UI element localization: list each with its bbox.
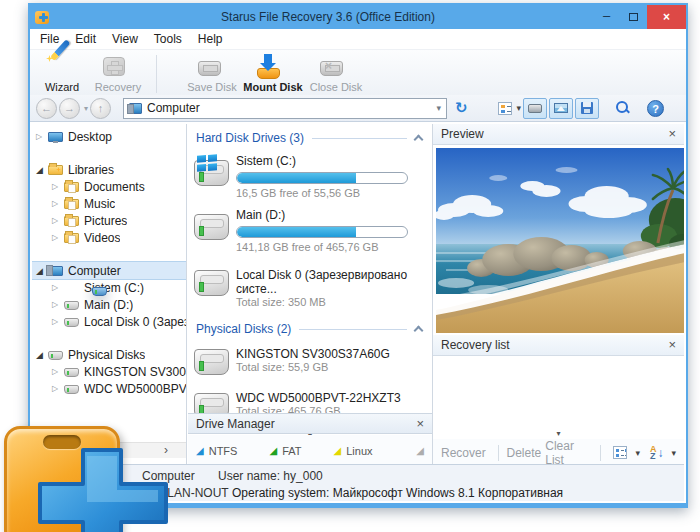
- expander-icon[interactable]: ▷: [52, 384, 64, 393]
- group-header-physical[interactable]: Physical Disks (2): [196, 321, 422, 337]
- collapse-chevron-icon[interactable]: [414, 135, 424, 145]
- legend-label: Linux: [346, 445, 372, 457]
- help-button[interactable]: ?: [647, 100, 664, 117]
- wizard-button[interactable]: Wizard: [36, 53, 88, 93]
- toggle-recovery-panel-button[interactable]: [575, 98, 599, 119]
- save-disk-button[interactable]: Save Disk: [183, 53, 241, 93]
- tree-item-desktop[interactable]: ▷ Desktop: [32, 128, 186, 145]
- close-panel-icon[interactable]: ×: [668, 339, 676, 351]
- starus-logo: [0, 418, 172, 532]
- drive-name: Main (D:): [236, 208, 432, 222]
- combo-dropdown-icon[interactable]: ▾: [436, 103, 441, 113]
- list-view-caret-icon[interactable]: ▾: [635, 448, 640, 458]
- expander-icon[interactable]: ▷: [52, 367, 64, 376]
- minimize-button[interactable]: –: [593, 5, 620, 29]
- system-drive-icon: [92, 287, 107, 296]
- expander-icon[interactable]: ▷: [52, 216, 64, 225]
- close-icon: ×: [663, 10, 670, 24]
- drive-name: Local Disk 0 (Зарезервировано систе...: [236, 268, 432, 296]
- delete-button[interactable]: Delete: [507, 446, 542, 460]
- tree-item-computer[interactable]: ◢ Computer: [32, 262, 186, 279]
- clear-list-button[interactable]: Clear List: [545, 439, 588, 467]
- back-button[interactable]: ←: [36, 98, 57, 119]
- expander-icon[interactable]: ▷: [36, 132, 48, 141]
- tree-item-sistem-c[interactable]: ▷ Sistem (C:): [32, 279, 186, 296]
- drive-info: 141,18 GB free of 465,76 GB: [236, 241, 432, 254]
- up-button[interactable]: ↑: [90, 98, 111, 119]
- collapse-chevron-icon[interactable]: [414, 326, 424, 336]
- expander-icon[interactable]: ▷: [52, 199, 64, 208]
- toggle-preview-panel-button[interactable]: [549, 98, 573, 119]
- refresh-icon[interactable]: ↻: [455, 100, 468, 116]
- menu-edit[interactable]: Edit: [67, 32, 104, 46]
- menu-tools[interactable]: Tools: [146, 32, 190, 46]
- group-title: Physical Disks (2): [196, 322, 291, 336]
- windows-flag-icon: [197, 154, 217, 171]
- capacity-fill: [237, 227, 356, 237]
- location-combobox[interactable]: Computer ▾: [123, 98, 447, 119]
- tree-item-libraries[interactable]: ◢ Libraries: [32, 161, 186, 178]
- tree-item-wdc[interactable]: ▷ WDC WD5000BPVT-2: [32, 380, 186, 397]
- legend-more-icon: ◢: [416, 445, 424, 456]
- list-view-icon[interactable]: [613, 446, 628, 459]
- drive-entry-sistem-c[interactable]: Sistem (C:) 16,5 GB free of 55,56 GB: [188, 154, 432, 200]
- forward-button[interactable]: →: [59, 98, 80, 119]
- drive-entry-main-d[interactable]: Main (D:) 141,18 GB free of 465,76 GB: [188, 208, 432, 254]
- tree-item-main-d[interactable]: ▷ Main (D:): [32, 296, 186, 313]
- maximize-button[interactable]: [620, 5, 647, 29]
- close-button[interactable]: ×: [647, 5, 686, 29]
- drive-entry-kingston[interactable]: KINGSTON SV300S37A60G Total size: 55,9 G…: [188, 347, 432, 377]
- recovery-case-icon: [88, 54, 148, 81]
- save-disk-icon: [183, 54, 241, 81]
- expander-icon[interactable]: ▷: [52, 300, 64, 309]
- toggle-drive-panel-button[interactable]: [523, 98, 547, 119]
- screenshot-stage: Starus File Recovery 3.6 (Office Edition…: [0, 0, 700, 532]
- sort-icon[interactable]: A Z: [650, 446, 657, 460]
- close-disk-label: Close Disk: [305, 81, 367, 93]
- recover-button[interactable]: Recover: [441, 446, 486, 460]
- expander-icon[interactable]: ▷: [52, 283, 64, 292]
- splitter-handle-icon[interactable]: ▾: [556, 431, 560, 437]
- tree-item-documents[interactable]: ▷ Documents: [32, 178, 186, 195]
- drive-entry-local-disk-0[interactable]: Local Disk 0 (Зарезервировано систе... T…: [188, 268, 432, 309]
- expander-icon[interactable]: ◢: [36, 165, 48, 175]
- tree-item-videos[interactable]: ▷ Videos: [32, 229, 186, 246]
- drive-manager-title: Drive Manager: [196, 417, 275, 431]
- title-bar: Starus File Recovery 3.6 (Office Edition…: [30, 5, 686, 29]
- expander-icon[interactable]: ▷: [52, 182, 64, 191]
- mount-disk-button[interactable]: Mount Disk: [241, 53, 305, 93]
- status-os: Operating system: Майкрософт Windows 8.1…: [232, 486, 563, 500]
- view-mode-button[interactable]: ▾: [498, 102, 522, 115]
- expander-icon[interactable]: ◢: [36, 350, 48, 360]
- menu-view[interactable]: View: [104, 32, 146, 46]
- history-caret-icon[interactable]: ▾: [84, 104, 88, 113]
- location-value: Computer: [147, 101, 200, 115]
- folder-icon: [64, 199, 79, 209]
- close-panel-icon[interactable]: ×: [416, 418, 424, 430]
- search-icon[interactable]: [615, 100, 631, 116]
- close-panel-icon[interactable]: ×: [668, 128, 676, 140]
- tree-item-pictures[interactable]: ▷ Pictures: [32, 212, 186, 229]
- tree-item-local-disk-0[interactable]: ▷ Local Disk 0 (Зарезер: [32, 313, 186, 330]
- recovery-list-area[interactable]: [433, 357, 684, 437]
- tree-item-physical-disks[interactable]: ◢ Physical Disks: [32, 346, 186, 363]
- sort-caret-icon[interactable]: ▾: [671, 448, 676, 458]
- computer-icon: [48, 266, 63, 276]
- folder-tree: ▷ Desktop ◢ Libraries ▷ Documents ▷: [32, 124, 186, 466]
- splitter-left[interactable]: [186, 124, 187, 466]
- beach-photo-svg: [436, 148, 684, 333]
- logo-handle-slot: [43, 435, 81, 449]
- recovery-button[interactable]: Recovery: [88, 53, 148, 93]
- tree-item-music[interactable]: ▷ Music: [32, 195, 186, 212]
- toolbar-separator: [498, 445, 499, 461]
- group-header-hdd[interactable]: Hard Disk Drives (3): [196, 130, 422, 146]
- tree-item-kingston[interactable]: ▷ KINGSTON SV300S37: [32, 363, 186, 380]
- expander-icon[interactable]: ▷: [52, 317, 64, 326]
- menu-help[interactable]: Help: [190, 32, 231, 46]
- libraries-folder-icon: [48, 165, 63, 175]
- expander-icon[interactable]: ▷: [52, 233, 64, 242]
- drive-icon: [194, 349, 229, 375]
- drive-icon: [64, 368, 79, 377]
- close-disk-button[interactable]: × Close Disk: [305, 53, 367, 93]
- drive-icon: [194, 214, 229, 240]
